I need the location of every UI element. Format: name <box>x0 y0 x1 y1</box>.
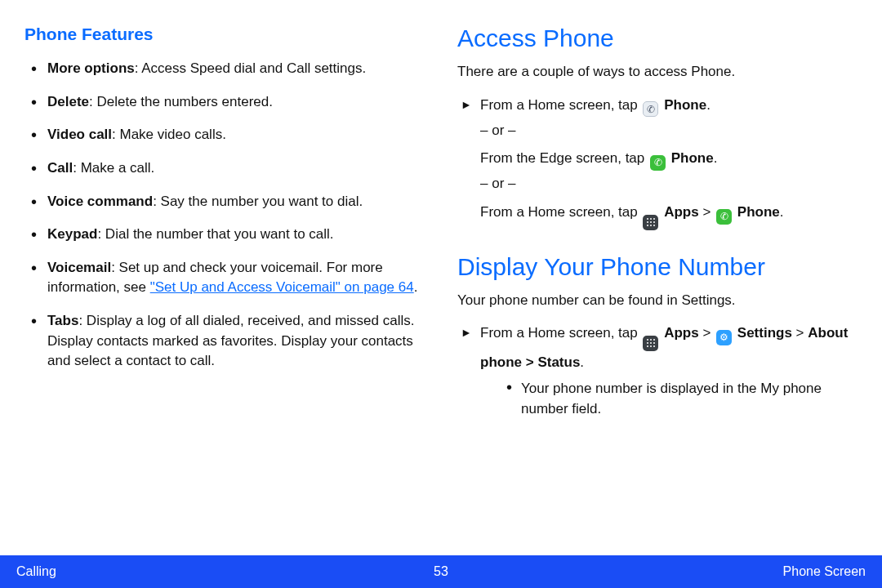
step-suffix: . <box>780 204 784 220</box>
display-number-sub-list: Your phone number is displayed in the My… <box>480 378 858 420</box>
feature-desc: : Make a call. <box>73 160 154 176</box>
feature-label: Voice command <box>47 194 153 209</box>
apps-label: Apps <box>664 325 699 341</box>
phone-features-list: More options: Access Speed dial and Call… <box>24 59 425 372</box>
step-text-prefix: From a Home screen, tap <box>480 97 641 113</box>
display-number-intro: Your phone number can be found in Settin… <box>457 291 858 311</box>
left-column: Phone Features More options: Access Spee… <box>24 24 425 547</box>
right-column: Access Phone There are a couple of ways … <box>457 24 858 547</box>
feature-label: Tabs <box>47 313 78 328</box>
list-item: Delete: Delete the numbers entered. <box>24 92 425 113</box>
feature-label: Voicemail <box>47 260 111 275</box>
list-item: Voice command: Say the number you want t… <box>24 192 425 212</box>
settings-icon: ⚙ <box>716 330 732 345</box>
feature-desc: : Access Speed dial and Call settings. <box>135 60 367 76</box>
access-phone-intro: There are a couple of ways to access Pho… <box>457 62 858 82</box>
page-body: Phone Features More options: Access Spee… <box>0 0 882 555</box>
or-separator: – or – <box>480 172 858 196</box>
apps-icon <box>643 336 658 351</box>
feature-desc: : Display a log of all dialed, received,… <box>47 313 414 368</box>
or-separator: – or – <box>480 119 858 143</box>
apps-icon <box>643 215 658 230</box>
step-suffix: . <box>706 97 710 113</box>
phone-green-icon: ✆ <box>650 155 666 171</box>
step-suffix: . <box>580 354 584 370</box>
feature-label: Call <box>47 160 73 176</box>
step-suffix: . <box>714 150 718 166</box>
phone-features-heading: Phone Features <box>24 24 425 44</box>
footer-left: Calling <box>16 564 56 579</box>
sub-point-text: Your phone number is displayed in the My… <box>521 381 822 417</box>
phone-green-icon: ✆ <box>716 209 732 225</box>
gt-separator: > <box>699 204 715 220</box>
voicemail-link[interactable]: "Set Up and Access Voicemail" on page 64 <box>150 279 414 295</box>
step-text-prefix: From a Home screen, tap <box>480 204 641 220</box>
list-item: Voicemail: Set up and check your voicema… <box>24 258 425 298</box>
feature-desc: : Dial the number that you want to call. <box>97 226 333 242</box>
list-item: Keypad: Dial the number that you want to… <box>24 225 425 245</box>
feature-desc: : Make video calls. <box>112 127 226 142</box>
list-item: Your phone number is displayed in the My… <box>503 378 858 420</box>
gt-separator: > <box>522 354 537 370</box>
display-number-step: From a Home screen, tap Apps > ⚙ Setting… <box>457 322 858 419</box>
page-footer: Calling 53 Phone Screen <box>0 555 882 588</box>
feature-label: Video call <box>47 127 112 142</box>
footer-page-number: 53 <box>434 564 448 579</box>
access-phone-heading: Access Phone <box>457 24 858 52</box>
feature-desc: : Say the number you want to dial. <box>153 194 363 209</box>
feature-label: Delete <box>47 94 89 109</box>
list-item: Call: Make a call. <box>24 158 425 179</box>
phone-label: Phone <box>737 204 780 220</box>
display-number-heading: Display Your Phone Number <box>457 253 858 281</box>
list-item: Video call: Make video calls. <box>24 125 425 145</box>
feature-label: More options <box>47 60 135 76</box>
footer-right: Phone Screen <box>783 564 866 579</box>
apps-label: Apps <box>664 204 699 220</box>
feature-desc: : Delete the numbers entered. <box>89 94 273 109</box>
phone-label: Phone <box>671 150 714 166</box>
gt-separator: > <box>699 325 715 341</box>
access-phone-step: From a Home screen, tap ✆ Phone. – or – … <box>457 94 858 230</box>
phone-outline-icon: ✆ <box>643 101 658 117</box>
step-text-prefix: From a Home screen, tap <box>480 325 641 341</box>
list-item: Tabs: Display a log of all dialed, recei… <box>24 311 425 372</box>
gt-separator: > <box>792 325 808 341</box>
feature-desc-after: . <box>414 279 418 295</box>
step-text-prefix: From the Edge screen, tap <box>480 150 648 166</box>
settings-label: Settings <box>737 325 792 341</box>
status-label: Status <box>537 354 580 370</box>
phone-label: Phone <box>664 97 706 113</box>
feature-label: Keypad <box>47 226 97 242</box>
list-item: More options: Access Speed dial and Call… <box>24 59 425 79</box>
